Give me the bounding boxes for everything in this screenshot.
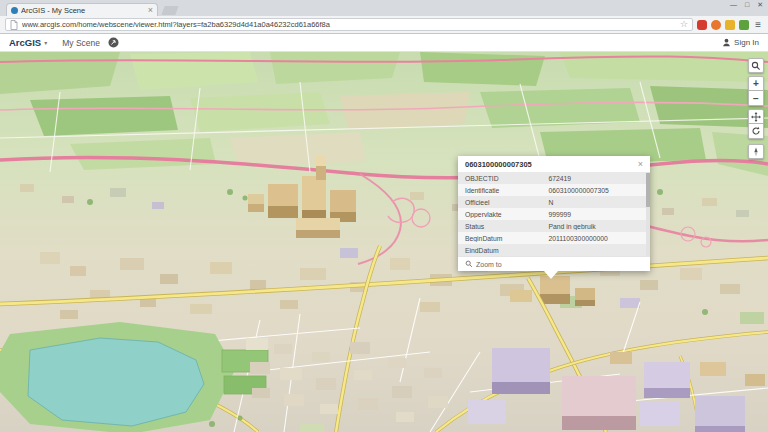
extension-icon-4[interactable] [739,20,749,30]
page-icon [10,20,18,30]
table-row: Status Pand in gebruik [458,220,650,232]
row-value: 672419 [544,175,650,182]
rotate-icon [751,126,761,136]
popup-footer: Zoom to [458,256,650,271]
row-value: 0603100000007305 [544,187,650,194]
popup-close-icon[interactable]: × [638,159,643,169]
row-label: OBJECTID [458,175,544,182]
attribute-table: OBJECTID 672419 Identificatie 0603100000… [458,172,650,256]
zoom-in-button[interactable]: + [748,76,764,91]
row-value: N [544,199,650,206]
arcgis-favicon-icon [11,7,18,14]
window-controls: — □ ✕ [730,1,763,9]
scene-title: My Scene [62,38,100,48]
row-label: BeginDatum [458,235,544,242]
table-row: Oppervlakte 999999 [458,208,650,220]
zoom-to-link[interactable]: Zoom to [476,261,502,268]
maximize-button[interactable]: □ [745,1,749,9]
sign-in-label: Sign In [734,38,759,47]
extension-icon-2[interactable] [711,20,721,30]
row-value: 999999 [544,211,650,218]
row-label: Identificatie [458,187,544,194]
new-tab-button[interactable] [161,6,178,15]
table-row: BeginDatum 2011100300000000 [458,232,650,244]
zoom-out-button[interactable]: − [748,91,764,106]
scene-canvas[interactable] [0,52,768,432]
popup-title: 0603100000007305 [465,160,532,169]
zoom-to-icon [465,260,473,268]
row-label: EindDatum [458,247,544,254]
address-bar[interactable]: www.arcgis.com/home/webscene/viewer.html… [5,18,693,31]
row-value: Pand in gebruik [544,223,650,230]
table-row: Identificatie 0603100000007305 [458,184,650,196]
row-label: Oppervlakte [458,211,544,218]
scene-view[interactable]: + − [0,52,768,432]
feature-popup: 0603100000007305 × OBJECTID 672419 Ident… [458,156,650,271]
browser-window: ArcGIS - My Scene × — □ ✕ www.arcgis.com… [0,0,768,432]
table-row: OBJECTID 672419 [458,172,650,184]
extension-icon-3[interactable] [725,20,735,30]
extension-icon-1[interactable] [697,20,707,30]
browser-menu-icon[interactable]: ≡ [755,20,761,30]
rotate-button[interactable] [748,124,764,139]
tab-close-icon[interactable]: × [148,6,153,15]
popup-header: 0603100000007305 × [458,156,650,172]
table-row: Officieel N [458,196,650,208]
url-text: www.arcgis.com/home/webscene/viewer.html… [22,20,676,29]
popup-pointer [544,271,558,279]
address-bar-row: www.arcgis.com/home/webscene/viewer.html… [0,16,768,34]
compass-icon [751,147,761,157]
row-value: 2011100300000000 [544,235,650,242]
popup-scrollbar[interactable] [646,172,650,256]
browser-tab[interactable]: ArcGIS - My Scene × [6,3,158,16]
pan-button[interactable] [748,109,764,124]
tab-strip: ArcGIS - My Scene × — □ ✕ [0,0,768,16]
search-button[interactable] [748,58,764,73]
close-button[interactable]: ✕ [757,1,763,9]
bookmark-star-icon[interactable]: ☆ [680,20,688,29]
row-label: Officieel [458,199,544,206]
person-icon [722,38,731,47]
share-icon[interactable] [108,37,119,48]
search-icon [751,61,761,71]
map-toolbar: + − [748,58,764,159]
chevron-down-icon[interactable]: ▾ [44,39,47,46]
arcgis-header: ArcGIS ▾ My Scene Sign In [0,34,768,52]
table-row: EindDatum [458,244,650,256]
arcgis-brand-menu[interactable]: ArcGIS [9,37,41,48]
pan-icon [751,112,761,122]
tab-title: ArcGIS - My Scene [21,6,145,15]
compass-button[interactable] [748,144,764,159]
scrollbar-thumb[interactable] [646,173,650,207]
minimize-button[interactable]: — [730,1,737,9]
row-label: Status [458,223,544,230]
sign-in-button[interactable]: Sign In [722,38,759,47]
